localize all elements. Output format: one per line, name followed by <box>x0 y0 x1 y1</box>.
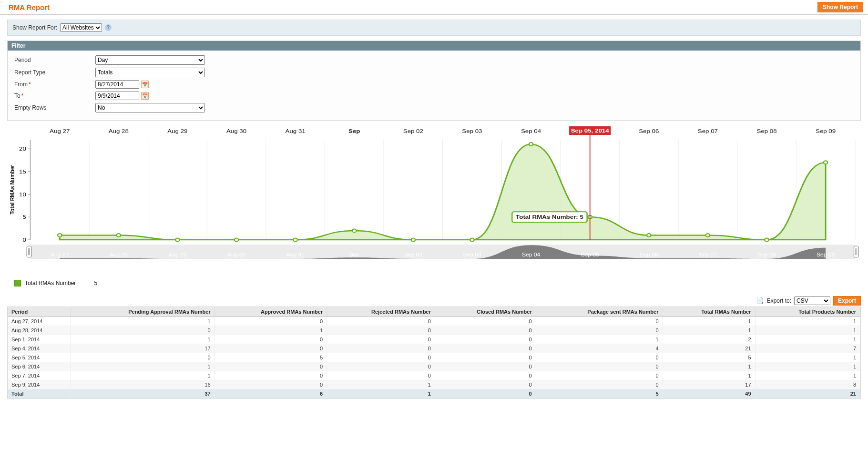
empty-rows-label: Empty Rows <box>14 104 95 111</box>
legend: Total RMAs Number 5 <box>14 280 861 286</box>
svg-text:Sep 05: Sep 05 <box>581 252 599 257</box>
svg-text:Sep 02: Sep 02 <box>404 252 422 257</box>
page-title: RMA Report <box>9 3 50 11</box>
svg-text:Aug 31: Aug 31 <box>286 252 304 257</box>
svg-text:Sep 08: Sep 08 <box>757 252 776 257</box>
show-report-button[interactable]: Show Report <box>817 2 863 12</box>
chart-x-label: Sep 04 <box>521 128 541 134</box>
period-label: Period <box>14 57 95 63</box>
chart-x-label: Aug 29 <box>167 128 187 134</box>
scope-bar: Show Report For: All Websites ? <box>7 20 861 36</box>
svg-text:Aug 27: Aug 27 <box>51 252 69 257</box>
scope-select[interactable]: All Websites <box>60 23 102 32</box>
to-label: To* <box>14 92 95 99</box>
chart-hover-badge: Sep 05, 2014 <box>571 128 609 134</box>
chart-x-label: Sep 08 <box>756 128 776 134</box>
svg-text:Aug 30: Aug 30 <box>227 252 245 257</box>
legend-value: 5 <box>94 280 97 286</box>
chart-x-label: Sep <box>348 128 360 134</box>
export-select[interactable]: CSV <box>794 296 830 305</box>
chart-x-label: Sep 03 <box>462 128 482 134</box>
calendar-icon[interactable]: 📅 <box>141 92 149 100</box>
report-type-select[interactable]: Totals <box>95 68 205 77</box>
export-label: Export to: <box>767 297 791 304</box>
svg-text:Sep 04: Sep 04 <box>522 252 540 257</box>
range-handle[interactable] <box>27 246 31 257</box>
table-header[interactable]: Period <box>8 307 70 317</box>
svg-text:0: 0 <box>23 237 27 243</box>
chart-x-label: Sep 02 <box>403 128 423 134</box>
table-header[interactable]: Rejected RMAs Number <box>327 307 435 317</box>
table-header[interactable]: Total RMAs Number <box>663 307 755 317</box>
table-header[interactable]: Package sent RMAs Number <box>536 307 663 317</box>
svg-text:Sep 09: Sep 09 <box>817 252 835 257</box>
legend-label: Total RMAs Number <box>25 280 76 286</box>
period-select[interactable]: Day <box>95 55 205 65</box>
svg-text:Aug 28: Aug 28 <box>110 252 128 257</box>
to-input[interactable] <box>95 92 139 100</box>
filter-header: Filter <box>8 41 860 51</box>
export-bar: Export to: CSV Export <box>7 296 861 306</box>
legend-swatch <box>14 280 21 286</box>
report-type-label: Report Type <box>14 69 95 76</box>
calendar-icon[interactable]: 📅 <box>141 81 149 88</box>
from-label: From* <box>14 81 95 88</box>
chart-tooltip: Total RMAs Number: 5 <box>516 214 583 220</box>
svg-point-31 <box>352 229 356 232</box>
svg-point-34 <box>529 143 533 146</box>
table-row[interactable]: Sep 4, 2014170004217 <box>8 344 860 353</box>
svg-point-30 <box>293 238 297 242</box>
chart-x-label: Aug 27 <box>50 128 70 134</box>
table-header[interactable]: Approved RMAs Number <box>214 307 327 317</box>
svg-point-28 <box>175 238 179 242</box>
svg-text:Sep 03: Sep 03 <box>463 252 481 257</box>
svg-text:15: 15 <box>19 169 26 175</box>
table-row[interactable]: Aug 28, 20140100011 <box>8 326 860 335</box>
svg-point-26 <box>58 234 61 237</box>
svg-point-27 <box>117 234 121 237</box>
table-header[interactable]: Total Products Number <box>755 307 860 317</box>
table-row[interactable]: Sep 6, 20141000011 <box>8 362 860 371</box>
table-totals-row: Total3761054921 <box>8 389 860 398</box>
svg-point-33 <box>470 238 474 242</box>
scope-label: Show Report For: <box>12 24 57 31</box>
svg-text:Sep 06: Sep 06 <box>640 252 658 257</box>
chart-x-label: Sep 09 <box>816 128 836 134</box>
table-row[interactable]: Sep 5, 20140500051 <box>8 353 860 362</box>
svg-point-39 <box>824 161 827 164</box>
table-header[interactable]: Closed RMAs Number <box>435 307 536 317</box>
table-row[interactable]: Sep 9, 2014160100178 <box>8 380 860 389</box>
svg-text:Sep: Sep <box>349 252 359 257</box>
svg-point-37 <box>706 234 710 237</box>
export-icon <box>756 297 764 305</box>
table-row[interactable]: Aug 27, 20141000011 <box>8 317 860 326</box>
svg-text:20: 20 <box>19 146 26 152</box>
svg-point-36 <box>647 234 651 237</box>
chart-x-label: Sep 07 <box>698 128 718 134</box>
chart-x-label: Aug 28 <box>109 128 129 134</box>
svg-point-38 <box>765 238 768 242</box>
table-row[interactable]: Sep 1, 20141000121 <box>8 335 860 344</box>
svg-point-32 <box>411 238 415 242</box>
table-header[interactable]: Pending Approval RMAs Number <box>70 307 214 317</box>
range-handle[interactable] <box>854 246 858 257</box>
help-icon[interactable]: ? <box>105 24 112 31</box>
empty-rows-select[interactable]: No <box>95 103 205 112</box>
filter-panel: Filter Period Day Report Type Totals Fro… <box>7 41 861 121</box>
svg-text:Sep 07: Sep 07 <box>699 252 717 257</box>
svg-rect-43 <box>30 245 855 259</box>
chart-x-label: Sep 06 <box>639 128 659 134</box>
svg-text:Aug 29: Aug 29 <box>168 252 186 257</box>
data-table: PeriodPending Approval RMAs NumberApprov… <box>8 307 860 398</box>
from-input[interactable] <box>95 80 139 89</box>
chart-x-label: Aug 31 <box>286 128 306 134</box>
export-button[interactable]: Export <box>833 296 861 306</box>
title-bar: RMA Report Show Report <box>0 0 868 15</box>
chart[interactable]: Aug 27Aug 28Aug 29Aug 30Aug 31SepSep 02S… <box>7 125 861 273</box>
chart-x-label: Aug 30 <box>226 128 246 134</box>
svg-text:10: 10 <box>19 192 26 198</box>
table-row[interactable]: Sep 7, 20141000011 <box>8 371 860 380</box>
svg-text:5: 5 <box>23 214 27 220</box>
svg-point-29 <box>235 238 238 242</box>
chart-y-axis-title: Total RMAs Number <box>9 165 16 215</box>
